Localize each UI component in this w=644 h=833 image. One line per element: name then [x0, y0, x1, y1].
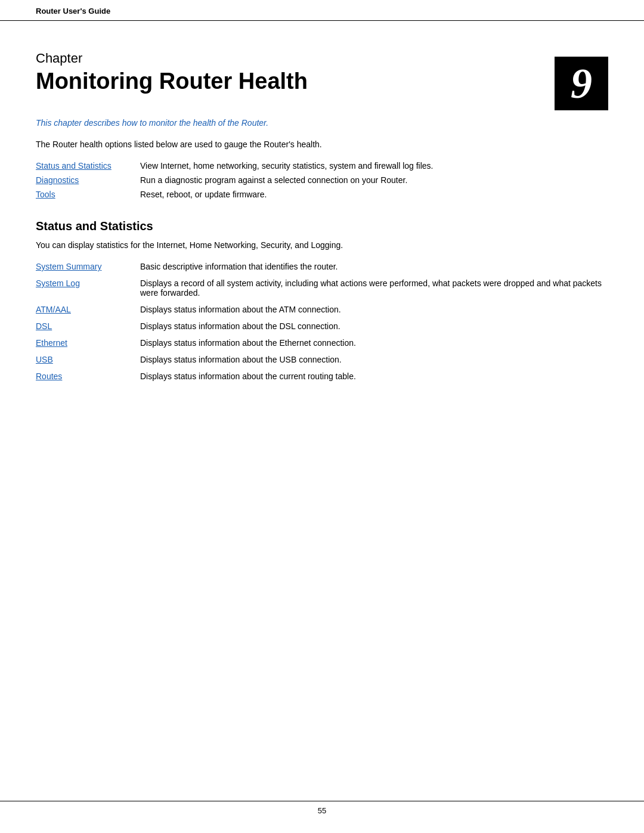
chapter-title: Monitoring Router Health	[36, 69, 608, 94]
top-link-desc: Reset, reboot, or update firmware.	[140, 187, 608, 202]
status-link-row: DSL Displays status information about th…	[36, 318, 608, 335]
status-link-desc: Displays status information about the DS…	[140, 318, 608, 335]
top-link[interactable]: Diagnostics	[36, 175, 79, 185]
chapter-number-box: 9	[555, 57, 608, 110]
header-title: Router User's Guide	[36, 7, 110, 16]
status-link[interactable]: USB	[36, 355, 53, 364]
status-link[interactable]: System Log	[36, 278, 80, 288]
status-section-title: Status and Statistics	[36, 219, 608, 233]
status-link-row: Ethernet Displays status information abo…	[36, 335, 608, 351]
status-link[interactable]: ATM/AAL	[36, 305, 71, 314]
status-link-desc: Displays status information about the cu…	[140, 368, 608, 385]
status-link[interactable]: System Summary	[36, 262, 101, 271]
top-link-row: Diagnostics Run a diagnostic program aga…	[36, 173, 608, 187]
status-link[interactable]: DSL	[36, 321, 52, 331]
status-link-row: System Summary Basic descriptive informa…	[36, 258, 608, 275]
top-link[interactable]: Tools	[36, 190, 55, 199]
content-area: 9 Chapter Monitoring Router Health This …	[0, 21, 644, 426]
header-bar: Router User's Guide	[0, 0, 644, 21]
top-links-table: Status and Statistics View Internet, hom…	[36, 159, 608, 202]
intro-body-text: The Router health options listed below a…	[36, 140, 608, 149]
top-link[interactable]: Status and Statistics	[36, 161, 112, 171]
footer: 55	[0, 801, 644, 815]
chapter-number: 9	[571, 59, 592, 109]
top-link-row: Status and Statistics View Internet, hom…	[36, 159, 608, 173]
chapter-label: Chapter	[36, 51, 608, 66]
status-link-desc: Displays status information about the Et…	[140, 335, 608, 351]
status-link[interactable]: Ethernet	[36, 338, 67, 348]
top-link-desc: View Internet, home networking, security…	[140, 159, 608, 173]
status-link[interactable]: Routes	[36, 371, 62, 381]
page-number: 55	[318, 806, 326, 815]
status-link-row: Routes Displays status information about…	[36, 368, 608, 385]
status-link-desc: Displays status information about the AT…	[140, 301, 608, 318]
intro-italic: This chapter describes how to monitor th…	[36, 118, 608, 128]
top-link-desc: Run a diagnostic program against a selec…	[140, 173, 608, 187]
chapter-header: 9 Chapter Monitoring Router Health	[36, 51, 608, 112]
top-link-row: Tools Reset, reboot, or update firmware.	[36, 187, 608, 202]
status-link-desc: Basic descriptive information that ident…	[140, 258, 608, 275]
page-wrapper: Router User's Guide 9 Chapter Monitoring…	[0, 0, 644, 833]
status-link-row: System Log Displays a record of all syst…	[36, 275, 608, 301]
status-links-table: System Summary Basic descriptive informa…	[36, 258, 608, 385]
status-link-desc: Displays status information about the US…	[140, 351, 608, 368]
status-link-desc: Displays a record of all system activity…	[140, 275, 608, 301]
status-section-intro: You can display statistics for the Inter…	[36, 240, 608, 250]
status-link-row: USB Displays status information about th…	[36, 351, 608, 368]
status-link-row: ATM/AAL Displays status information abou…	[36, 301, 608, 318]
